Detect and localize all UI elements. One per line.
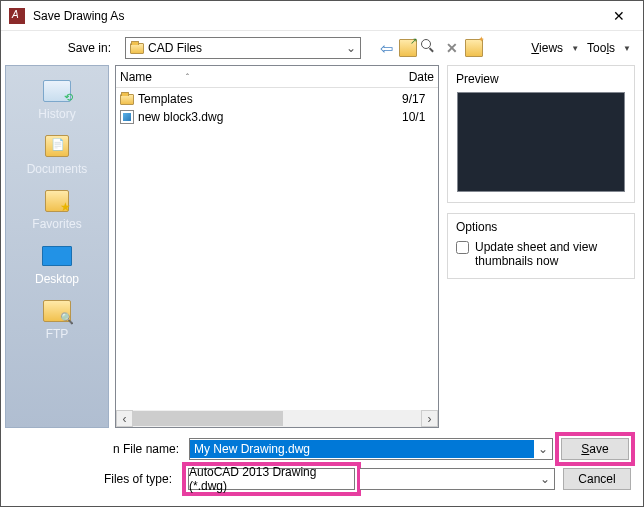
- update-thumbnails-checkbox[interactable]: [456, 241, 469, 254]
- nav-icon-group: ⇦ ✕: [377, 39, 483, 57]
- list-header: Name ˆ Date: [116, 66, 438, 88]
- sidebar-item-label: Documents: [27, 162, 88, 176]
- chevron-down-icon[interactable]: ⌄: [534, 442, 552, 456]
- options-label: Options: [456, 220, 626, 234]
- titlebar: Save Drawing As ✕: [1, 1, 643, 31]
- file-name: Templates: [138, 92, 398, 106]
- scroll-left-icon[interactable]: ‹: [116, 410, 133, 427]
- views-dropdown-icon[interactable]: ▼: [571, 44, 579, 53]
- filetype-value: AutoCAD 2013 Drawing (*.dwg): [189, 465, 354, 493]
- column-date[interactable]: Date: [409, 70, 434, 84]
- chevron-down-icon: ⌄: [342, 41, 360, 55]
- filetype-highlight: AutoCAD 2013 Drawing (*.dwg): [182, 462, 361, 496]
- sidebar-item-label: FTP: [46, 327, 69, 341]
- folder-icon: [120, 94, 134, 105]
- sidebar-item-history[interactable]: History: [38, 78, 75, 121]
- file-name: new block3.dwg: [138, 110, 398, 124]
- update-thumbnails-label: Update sheet and view thumbnails now: [475, 240, 626, 268]
- history-icon: [43, 80, 71, 102]
- column-date-label: Date: [409, 70, 434, 84]
- sidebar-item-label: History: [38, 107, 75, 121]
- scroll-right-icon[interactable]: ›: [421, 410, 438, 427]
- sidebar-item-label: Desktop: [35, 272, 79, 286]
- scroll-track[interactable]: [133, 410, 421, 427]
- filename-combo[interactable]: ⌄: [189, 438, 553, 460]
- filetype-combo[interactable]: ⌄: [360, 468, 555, 490]
- file-date: 9/17: [402, 92, 434, 106]
- options-panel: Options Update sheet and view thumbnails…: [447, 213, 635, 279]
- up-folder-icon[interactable]: [399, 39, 417, 57]
- list-item[interactable]: new block3.dwg 10/1: [120, 108, 434, 126]
- dwg-file-icon: [120, 110, 134, 124]
- chevron-down-icon[interactable]: ⌄: [536, 472, 554, 486]
- preview-label: Preview: [456, 72, 626, 86]
- sidebar-item-label: Favorites: [32, 217, 81, 231]
- ftp-icon: [43, 300, 71, 322]
- menu-group: Views ▼ Tools ▼: [529, 39, 631, 57]
- sidebar-item-desktop[interactable]: Desktop: [35, 243, 79, 286]
- footer: n File name:File name: ⌄ Save Files of t…: [1, 428, 643, 506]
- cancel-button[interactable]: Cancel: [563, 468, 631, 490]
- save-button[interactable]: Save: [561, 438, 629, 460]
- sidebar-item-documents[interactable]: Documents: [27, 133, 88, 176]
- savein-value: CAD Files: [148, 41, 342, 55]
- close-button[interactable]: ✕: [597, 2, 641, 30]
- filename-label: n File name:File name:: [1, 442, 189, 456]
- horizontal-scrollbar[interactable]: ‹ ›: [116, 410, 438, 427]
- desktop-icon: [42, 246, 72, 266]
- file-list: Name ˆ Date Templates 9/17 new block3.dw…: [115, 65, 439, 428]
- sidebar-item-favorites[interactable]: Favorites: [32, 188, 81, 231]
- favorites-icon: [45, 190, 69, 212]
- scroll-thumb[interactable]: [133, 411, 283, 426]
- preview-thumbnail: [457, 92, 625, 192]
- column-name[interactable]: Name ˆ: [120, 70, 409, 84]
- search-web-icon[interactable]: [421, 39, 439, 57]
- tools-dropdown-icon[interactable]: ▼: [623, 44, 631, 53]
- back-icon[interactable]: ⇦: [377, 39, 395, 57]
- filename-input[interactable]: [190, 440, 534, 458]
- tools-menu[interactable]: Tools: [585, 39, 617, 57]
- documents-icon: [45, 135, 69, 157]
- column-name-label: Name: [120, 70, 152, 84]
- delete-icon[interactable]: ✕: [443, 39, 461, 57]
- savein-dropdown[interactable]: CAD Files ⌄: [125, 37, 361, 59]
- window-title: Save Drawing As: [33, 9, 597, 23]
- new-folder-icon[interactable]: [465, 39, 483, 57]
- filetype-label: Files of type:: [1, 472, 182, 486]
- sort-ascending-icon: ˆ: [186, 72, 189, 82]
- sidebar-item-ftp[interactable]: FTP: [42, 298, 72, 341]
- places-sidebar: History Documents Favorites Desktop FTP: [5, 65, 109, 428]
- savein-toolbar: Save in: CAD Files ⌄ ⇦ ✕ Views ▼ Tools ▼: [1, 31, 643, 65]
- list-item[interactable]: Templates 9/17: [120, 90, 434, 108]
- list-rows: Templates 9/17 new block3.dwg 10/1: [116, 88, 438, 410]
- savein-label: Save in:: [1, 41, 119, 55]
- file-date: 10/1: [402, 110, 434, 124]
- app-icon: [9, 8, 25, 24]
- views-menu[interactable]: Views: [529, 39, 565, 57]
- preview-panel: Preview: [447, 65, 635, 203]
- folder-icon: [130, 43, 144, 54]
